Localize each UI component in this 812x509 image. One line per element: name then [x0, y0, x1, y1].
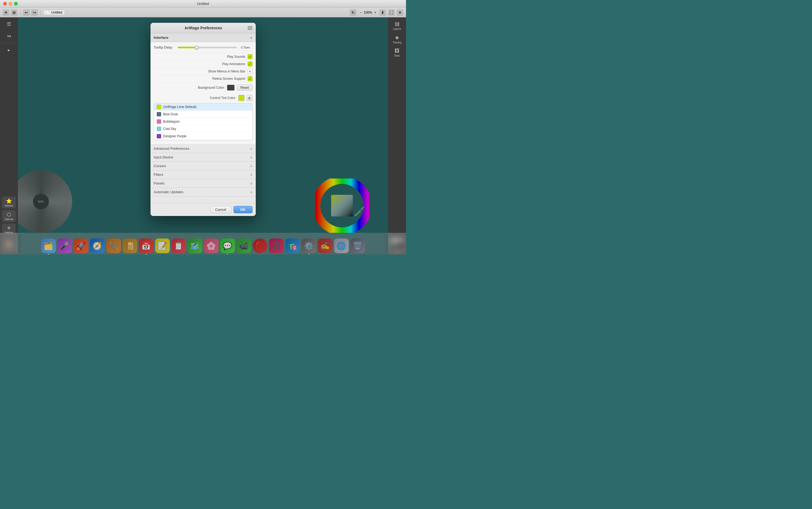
toolbar-rotate[interactable]: ↻	[350, 9, 356, 16]
color-list-item-lime[interactable]: (ArtRage Lime Default)	[154, 103, 252, 111]
canvas-area[interactable]: 50% ArtRage Preferences	[18, 18, 388, 254]
sidebar-item-refs[interactable]: 🖼 Refs	[390, 47, 404, 59]
sidebar-arrow[interactable]: ▶	[3, 45, 15, 55]
advanced-prefs-section[interactable]: Advanced Preferences ∧	[150, 144, 256, 153]
automatic-updates-section[interactable]: Automatic Updates ∧	[150, 188, 256, 197]
interface-section-label: Interface	[154, 36, 168, 40]
reset-button[interactable]: Reset	[237, 84, 252, 91]
filters-label: Filters	[154, 173, 163, 177]
sidebar-item-stickers[interactable]: ⭐ Stickers	[2, 197, 16, 208]
canvas-tab-label: Untitled	[51, 10, 62, 14]
interface-section-header[interactable]: Interface ∧	[150, 33, 256, 42]
toolbar-right: ↻ − 100% + ⬇ ⛶ ✕	[350, 9, 403, 16]
tint-row: Control Tint Color: ☰	[154, 93, 252, 102]
nav-h-icon: ⇔	[7, 33, 11, 39]
sidebar-item-stencils[interactable]: ⬡ Stencils	[2, 210, 16, 222]
panels-chevron-icon: ∧	[250, 181, 252, 185]
retina-checkbox[interactable]: ✓	[248, 76, 252, 81]
color-dot-designerpurple	[157, 134, 161, 138]
ok-button[interactable]: OK	[234, 206, 252, 213]
minimize-button[interactable]	[9, 2, 12, 5]
titlebar: Untitled	[0, 0, 406, 8]
sidebar-item-layers[interactable]: ▤ Layers	[390, 20, 404, 31]
tracing-icon: ◈	[395, 34, 399, 40]
color-list-container: (ArtRage Lime Default) Blue Dusk Bubbleg…	[154, 103, 252, 140]
cursors-section[interactable]: Cursors ∧	[150, 162, 256, 170]
show-menus-row: Show Menus in Menu Bar ✕	[154, 68, 252, 75]
color-dot-coldsky	[157, 127, 161, 131]
toolbar-download[interactable]: ⬇	[380, 9, 386, 16]
toolbar-grid[interactable]: ⊞	[11, 9, 17, 16]
cursors-chevron-icon: ∧	[250, 164, 252, 168]
sidebar-sep	[0, 43, 18, 43]
color-dot-bluedusk	[157, 112, 161, 116]
slider-thumb[interactable]	[195, 45, 199, 49]
color-list-item-bluedusk[interactable]: Blue Dusk	[154, 111, 252, 118]
sidebar-item-tracing[interactable]: ◈ Tracing	[390, 33, 404, 45]
window-controls	[3, 2, 17, 5]
toolbar-fullscreen[interactable]: ⛶	[388, 9, 395, 16]
interface-chevron-icon: ∧	[250, 36, 252, 40]
main-toolbar: ✛ ⊞ ↩ ↪ 📄 Untitled ↻ − 100% + ⬇ ⛶ ✕	[0, 8, 406, 18]
input-device-section[interactable]: Input Device ∧	[150, 153, 256, 162]
color-list[interactable]: (ArtRage Lime Default) Blue Dusk Bubbleg…	[154, 103, 252, 140]
app-body: ☰ ⇔ ▶ ⭐ Stickers ⬡ Stencils ≡ Settings 🎨…	[0, 18, 406, 254]
advanced-prefs-label: Advanced Preferences	[154, 146, 189, 150]
window-title: Untitled	[197, 2, 209, 6]
stickers-label: Stickers	[5, 204, 13, 207]
play-animations-row: Play Animations ✓	[154, 60, 252, 68]
toolbar-separator-2	[40, 10, 41, 15]
left-sidebar: ☰ ⇔ ▶ ⭐ Stickers ⬡ Stencils ≡ Settings 🎨…	[0, 18, 18, 254]
filters-section[interactable]: Filters ∧	[150, 170, 256, 179]
tint-label: Control Tint Color:	[210, 96, 236, 100]
show-menus-label: Show Menus in Menu Bar	[208, 69, 245, 73]
panels-section[interactable]: Panels ∧	[150, 179, 256, 188]
bg-color-swatch[interactable]	[227, 84, 235, 91]
color-name-bluedusk: Blue Dusk	[163, 112, 178, 116]
color-list-item-coldsky[interactable]: Cold Sky	[154, 125, 252, 133]
prefs-body: Interface ∧ Tooltip Delay	[150, 33, 256, 197]
canvas-icon: 📄	[46, 10, 50, 14]
close-button[interactable]	[3, 2, 7, 5]
sidebar-nav-horizontal[interactable]: ⇔	[3, 31, 15, 41]
canvas-tab[interactable]: 📄 Untitled	[43, 10, 65, 15]
show-menus-checkbox[interactable]: ✕	[248, 69, 252, 74]
toolbar-close[interactable]: ✕	[397, 9, 403, 16]
zoom-level: 100%	[364, 10, 372, 14]
play-sounds-checkbox[interactable]: ✓	[248, 54, 252, 59]
retina-label: Retina Screen Support	[212, 77, 245, 80]
color-list-item-bubblegum[interactable]: Bubblegum	[154, 118, 252, 125]
tint-menu-button[interactable]: ☰	[247, 95, 252, 101]
maximize-button[interactable]	[14, 2, 17, 5]
input-device-label: Input Device	[154, 155, 173, 159]
stencils-label: Stencils	[5, 218, 13, 220]
zoom-controls: − 100% +	[358, 10, 377, 14]
settings-icon: ≡	[8, 225, 10, 231]
toolbar-crosshair[interactable]: ✛	[3, 9, 9, 16]
zoom-minus[interactable]: −	[358, 10, 363, 14]
prefs-footer: Cancel OK	[150, 203, 256, 216]
advanced-prefs-chevron-icon: ∧	[250, 147, 252, 150]
color-list-item-designerpurple[interactable]: Designer Purple	[154, 133, 252, 140]
modal-overlay: ArtRage Preferences Interface ∧	[18, 18, 388, 254]
prefs-menu-button[interactable]	[248, 26, 252, 30]
toolbar-redo[interactable]: ↪	[31, 9, 38, 16]
nav-icon: ☰	[7, 21, 11, 27]
tooltip-delay-row: Tooltip Delay 0.5sec	[154, 45, 252, 50]
slider-fill	[178, 47, 195, 48]
layers-label: Layers	[393, 27, 401, 30]
bg-color-label: Background Color:	[198, 86, 225, 90]
sidebar-nav-vertical[interactable]: ☰	[3, 19, 15, 29]
tint-color-swatch[interactable]	[238, 95, 244, 101]
toolbar-undo[interactable]: ↩	[23, 9, 30, 16]
play-animations-checkbox[interactable]: ✓	[248, 62, 252, 66]
zoom-plus[interactable]: +	[373, 10, 377, 14]
color-name-lime: (ArtRage Lime Default)	[163, 105, 197, 109]
tooltip-delay-slider[interactable]	[178, 47, 237, 48]
stickers-icon: ⭐	[6, 198, 12, 204]
refs-icon: 🖼	[395, 48, 399, 54]
dialog-drag-indicator: · · ·	[150, 197, 256, 203]
cancel-button[interactable]: Cancel	[210, 206, 231, 213]
arrow-icon: ▶	[8, 48, 10, 52]
color-name-bubblegum: Bubblegum	[163, 120, 180, 124]
